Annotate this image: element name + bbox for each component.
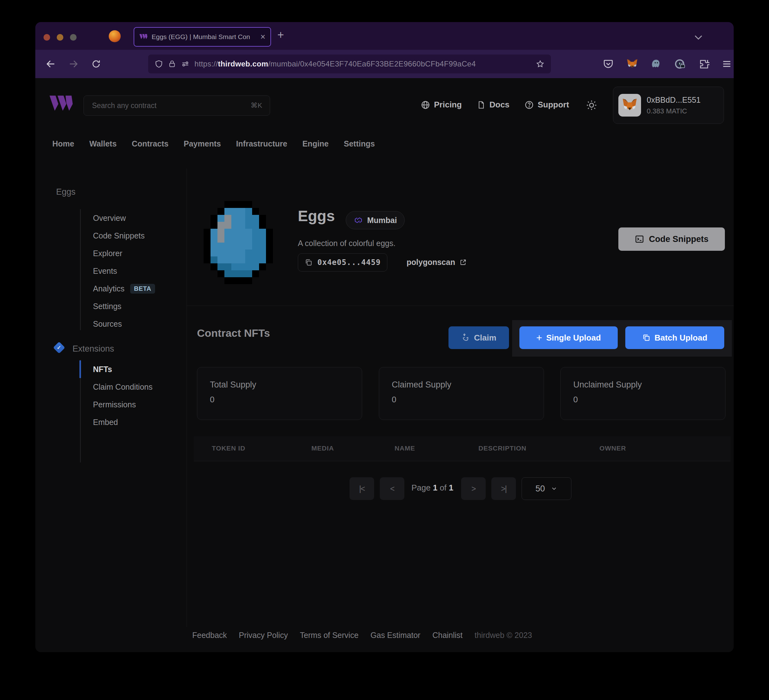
active-item-indicator [79, 360, 81, 378]
network-name: Mumbai [367, 216, 397, 225]
sidebar-item-embed[interactable]: Embed [93, 413, 153, 431]
network-badge[interactable]: Mumbai [346, 211, 405, 230]
wallet-balance: 0.383 MATIC [647, 107, 701, 115]
contract-search[interactable]: ⌘K [84, 95, 270, 116]
url-text: https://thirdweb.com/mumbai/0x4e054E3F74… [195, 59, 476, 68]
onepassword-extension-icon[interactable] [673, 57, 687, 71]
code-snippets-button[interactable]: Code Snippets [618, 228, 725, 251]
browser-window: Eggs (EGG) | Mumbai Smart Con × + https:… [35, 22, 734, 652]
reload-icon [91, 59, 101, 69]
close-tab-icon[interactable]: × [260, 33, 265, 41]
nav-settings[interactable]: Settings [344, 139, 375, 148]
nav-home[interactable]: Home [52, 139, 74, 148]
section-divider [187, 305, 734, 306]
nav-wallets[interactable]: Wallets [89, 139, 117, 148]
footer-copyright: thirdweb © 2023 [475, 631, 532, 640]
header-link-support[interactable]: Support [524, 100, 569, 110]
wallet-address: 0xBBdD...E551 [647, 95, 701, 104]
polygon-network-icon [354, 215, 363, 225]
ghostery-extension-icon[interactable] [649, 57, 663, 71]
pagination-status: Page 1 of 1 [402, 483, 462, 493]
pagination-first-button[interactable]: |< [349, 477, 374, 500]
claim-button[interactable]: Claim [449, 326, 509, 349]
sidebar-project-menu: Overview Code Snippets Explorer Events A… [93, 209, 155, 333]
pocket-icon[interactable] [601, 57, 615, 71]
wallet-info: 0xBBdD...E551 0.383 MATIC [647, 95, 701, 115]
footer-link-privacy-policy[interactable]: Privacy Policy [239, 631, 288, 640]
sidebar-item-code-snippets[interactable]: Code Snippets [93, 227, 155, 244]
footer-link-gas-estimator[interactable]: Gas Estimator [371, 631, 420, 640]
sidebar-item-sources[interactable]: Sources [93, 315, 155, 333]
sidebar-project-name: Eggs [56, 187, 76, 197]
footer-link-chainlist[interactable]: Chainlist [433, 631, 463, 640]
sidebar-item-settings[interactable]: Settings [93, 297, 155, 315]
address-bar[interactable]: https://thirdweb.com/mumbai/0x4e054E3F74… [148, 55, 551, 74]
sidebar-item-events[interactable]: Events [93, 262, 155, 280]
sidebar-divider [187, 169, 187, 627]
sidebar-item-permissions[interactable]: Permissions [93, 396, 153, 413]
nav-contracts[interactable]: Contracts [132, 139, 169, 148]
header-link-pricing[interactable]: Pricing [421, 100, 462, 110]
window-minimize-button[interactable] [57, 34, 63, 41]
section-title: Contract NFTs [197, 327, 270, 339]
col-media: MEDIA [311, 445, 334, 452]
col-description: DESCRIPTION [478, 445, 526, 452]
forward-button[interactable] [66, 56, 81, 72]
contract-address-chip[interactable]: 0x4e05...4459 [298, 253, 387, 271]
metamask-fox-icon [621, 97, 638, 113]
search-input[interactable] [92, 101, 251, 110]
lock-icon[interactable] [168, 60, 176, 68]
menu-hamburger-icon[interactable] [720, 57, 734, 71]
contract-address: 0x4e05...4459 [317, 258, 381, 267]
extensions-puzzle-icon[interactable] [697, 57, 711, 71]
primary-nav: Home Wallets Contracts Payments Infrastr… [52, 139, 375, 148]
bookmark-star-icon[interactable] [536, 59, 545, 68]
metamask-extension-icon[interactable] [625, 57, 639, 71]
wallet-button[interactable]: 0xBBdD...E551 0.383 MATIC [613, 87, 724, 124]
external-link-icon [459, 258, 467, 266]
pagination-prev-button[interactable]: < [380, 477, 404, 500]
stat-card-unclaimed-supply: Unclaimed Supply 0 [560, 367, 726, 420]
thirdweb-logo[interactable] [49, 95, 73, 113]
window-close-button[interactable] [43, 34, 50, 41]
sidebar-item-nfts[interactable]: NFTs [93, 360, 153, 378]
footer-link-feedback[interactable]: Feedback [192, 631, 227, 640]
col-token-id: TOKEN ID [212, 445, 245, 452]
pricing-label: Pricing [434, 100, 462, 110]
docs-label: Docs [489, 100, 510, 110]
batch-upload-button[interactable]: Batch Upload [625, 326, 724, 349]
page-size-select[interactable]: 50 [521, 477, 571, 500]
copy-icon [304, 258, 313, 267]
back-arrow-icon [45, 59, 56, 69]
new-tab-button[interactable]: + [277, 28, 284, 42]
thirdweb-favicon-icon [139, 33, 148, 41]
header-link-docs[interactable]: Docs [477, 100, 510, 110]
reload-button[interactable] [88, 56, 104, 72]
tracking-shield-icon[interactable] [154, 59, 163, 68]
sidebar-item-explorer[interactable]: Explorer [93, 244, 155, 262]
nav-engine[interactable]: Engine [302, 139, 328, 148]
single-upload-button[interactable]: + Single Upload [520, 326, 618, 349]
pagination-last-button[interactable]: >| [491, 477, 516, 500]
sidebar-rail [80, 209, 81, 330]
sidebar-item-claim-conditions[interactable]: Claim Conditions [93, 378, 153, 396]
globe-icon [421, 100, 430, 110]
list-tabs-chevron-icon[interactable] [693, 32, 704, 43]
sidebar-extensions-menu: NFTs Claim Conditions Permissions Embed [93, 360, 153, 431]
back-button[interactable] [43, 56, 59, 72]
polygonscan-link[interactable]: polygonscan [407, 258, 467, 267]
browser-tab[interactable]: Eggs (EGG) | Mumbai Smart Con × [134, 27, 271, 47]
nav-infrastructure[interactable]: Infrastructure [236, 139, 288, 148]
pagination-next-button[interactable]: > [461, 477, 486, 500]
window-zoom-button[interactable] [70, 34, 77, 41]
nav-payments[interactable]: Payments [184, 139, 221, 148]
search-shortcut: ⌘K [251, 101, 262, 110]
firefox-icon [109, 30, 121, 42]
permissions-icon[interactable] [181, 59, 190, 68]
footer-link-terms[interactable]: Terms of Service [300, 631, 358, 640]
metamask-avatar [618, 94, 641, 117]
col-owner: OWNER [599, 445, 626, 452]
sidebar-item-analytics[interactable]: AnalyticsBETA [93, 280, 155, 297]
sidebar-item-overview[interactable]: Overview [93, 209, 155, 227]
theme-toggle[interactable] [586, 99, 598, 112]
